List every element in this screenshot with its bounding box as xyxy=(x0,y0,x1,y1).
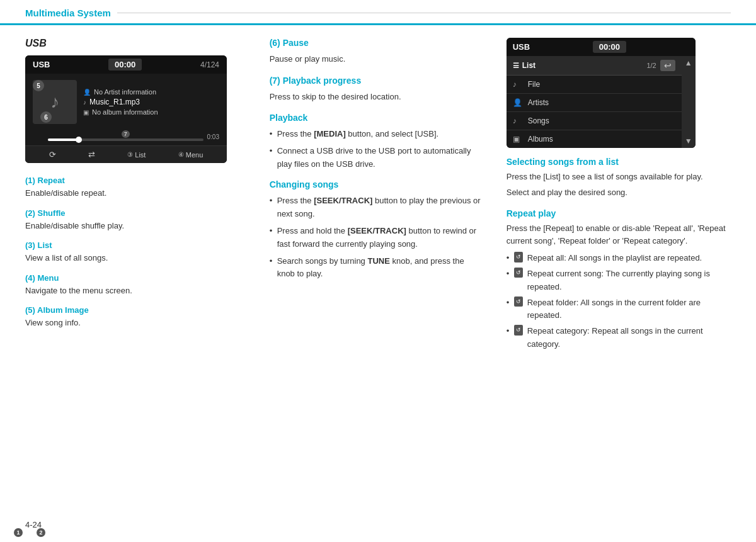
usb-section-title: USB xyxy=(25,38,244,49)
usb-menu-btn[interactable]: ④ Menu xyxy=(178,151,203,159)
playback-bullets: Press the [MEDIA] button, and select [US… xyxy=(270,128,481,171)
usb-list-mockup: USB 00:00 ☰ List 1/2 ↩ xyxy=(507,38,696,148)
songs-label: Songs xyxy=(528,116,549,125)
repeat-folder-icon: ↺ xyxy=(514,296,523,307)
usb-repeat-btn[interactable]: ⟳ xyxy=(49,150,56,159)
usb-progress-area: 6 7 0:03 xyxy=(25,130,227,145)
playback-progress-desc: Press to skip to the desired location. xyxy=(270,91,481,103)
usb-song-line: ♪ Music_R1.mp3 xyxy=(83,98,219,106)
playback-bullet-2-text: Connect a USB drive to the USB port to a… xyxy=(277,146,471,169)
repeat-bullet-2-text: Repeat current song: The currently playi… xyxy=(527,268,731,294)
seek-track-tag-1: [SEEK/TRACK] xyxy=(314,196,372,205)
item-3: (3) List View a list of all songs. xyxy=(25,240,244,264)
usb-list-back-btn[interactable]: ↩ xyxy=(660,60,675,71)
item-3-heading: (3) List xyxy=(25,240,244,250)
changing-bullet-3: Search songs by turning TUNE knob, and p… xyxy=(270,255,481,281)
changing-bullet-1: Press the [SEEK/TRACK] button to play th… xyxy=(270,195,481,221)
usb-list-inner: ☰ List 1/2 ↩ ♪ File xyxy=(507,56,682,148)
repeat-desc: Press the [Repeat] to enable or dis-able… xyxy=(507,222,731,249)
usb-device-mockup: USB 00:00 4/124 5 ♪ 👤 No Artist informat… xyxy=(25,55,227,163)
album-icon: ▣ xyxy=(83,109,89,116)
albums-icon: ▣ xyxy=(513,135,523,144)
left-column: USB USB 00:00 4/124 5 ♪ 👤 No Artist info… xyxy=(25,38,256,354)
circle-num-4: ④ xyxy=(178,151,184,158)
music-note-icon: ♪ xyxy=(50,92,59,112)
item-2: (2) Shuffle Enable/disable shuffle play. xyxy=(25,208,244,232)
center-column: (6) Pause Pause or play music. (7) Playb… xyxy=(256,38,494,354)
repeat-all-icon: ↺ xyxy=(514,252,523,262)
usb-list-item-albums[interactable]: ▣ Albums xyxy=(507,130,682,148)
usb-progress-fill xyxy=(48,138,79,141)
items-list: (1) Repeat Enable/disable repeat. (2) Sh… xyxy=(25,176,244,329)
item-5-heading: (5) Album Image xyxy=(25,305,244,315)
file-icon: ♪ xyxy=(513,80,523,89)
header-title: Multimedia System xyxy=(25,8,111,18)
changing-songs-heading: Changing songs xyxy=(270,179,481,189)
pause-heading: (6) Pause xyxy=(270,38,481,48)
usb-main-area: 5 ♪ 👤 No Artist information ♪ Music_R1.m… xyxy=(25,74,227,130)
repeat-bullet-2: ↺ Repeat current song: The currently pla… xyxy=(507,268,731,294)
main-content: USB USB 00:00 4/124 5 ♪ 👤 No Artist info… xyxy=(0,25,756,366)
usb-list-item-songs[interactable]: ♪ Songs xyxy=(507,112,682,130)
right-column: USB 00:00 ☰ List 1/2 ↩ xyxy=(494,38,731,354)
media-tag: [MEDIA] xyxy=(314,129,346,138)
artist-icon: 👤 xyxy=(513,98,523,107)
playback-section-heading: Playback xyxy=(270,113,481,123)
usb-list-item-file[interactable]: ♪ File xyxy=(507,76,682,94)
usb-time-end: 0:03 xyxy=(207,133,219,140)
usb-list-item-artists[interactable]: 👤 Artists xyxy=(507,94,682,112)
usb-list-header-label: ☰ List xyxy=(513,61,536,70)
item-3-desc: View a list of all songs. xyxy=(25,252,244,264)
item-5-desc: View song info. xyxy=(25,317,244,329)
changing-bullet-1-before: Press the xyxy=(277,196,314,205)
repeat-icon: ⟳ xyxy=(49,150,56,159)
usb-list-page: 1/2 xyxy=(646,62,656,69)
person-icon: 👤 xyxy=(83,89,91,96)
artists-label: Artists xyxy=(528,98,549,107)
repeat-bullet-3: ↺ Repeat folder: All songs in the curren… xyxy=(507,296,731,323)
usb-shuffle-btn[interactable]: ⇄ xyxy=(88,150,95,159)
selecting-songs-heading: Selecting songs from a list xyxy=(507,157,731,167)
usb-list-btn[interactable]: ③ List xyxy=(127,151,146,159)
repeat-category-icon: ↺ xyxy=(514,325,523,335)
songs-icon: ♪ xyxy=(513,116,523,125)
usb-list-time: 00:00 xyxy=(593,41,626,53)
usb-progress-bar xyxy=(48,138,203,141)
scroll-up-icon[interactable]: ▲ xyxy=(685,59,692,67)
page-number: 4-24 xyxy=(25,520,42,529)
scroll-down-icon[interactable]: ▼ xyxy=(685,137,692,145)
shuffle-icon: ⇄ xyxy=(88,150,95,159)
usb-track-info: 👤 No Artist information ♪ Music_R1.mp3 ▣… xyxy=(83,80,219,124)
item-4: (4) Menu Navigate to the menu screen. xyxy=(25,273,244,297)
usb-list-top-bar: USB 00:00 xyxy=(507,38,696,56)
repeat-current-icon: ↺ xyxy=(514,268,523,278)
music-icon: ♪ xyxy=(83,99,86,106)
usb-list-label: USB xyxy=(513,42,530,52)
usb-list-items: ♪ File 👤 Artists ♪ Songs ▣ xyxy=(507,76,682,148)
list-icon: ☰ xyxy=(513,62,519,70)
file-label: File xyxy=(528,80,540,89)
item-1-heading: (1) Repeat xyxy=(25,176,244,185)
usb-label: USB xyxy=(33,60,50,69)
repeat-bullet-3-text: Repeat folder: All songs in the current … xyxy=(527,296,731,323)
item-2-desc: Enable/disable shuffle play. xyxy=(25,220,244,232)
changing-bullet-2: Press and hold the [SEEK/TRACK] button t… xyxy=(270,225,481,251)
usb-menu-btn-label: Menu xyxy=(186,151,203,159)
playback-bullet-1-before: Press the xyxy=(277,129,314,138)
circle-num-7: 7 xyxy=(122,130,130,138)
usb-list-header: ☰ List 1/2 ↩ xyxy=(507,56,682,76)
changing-bullet-2-before: Press and hold the xyxy=(277,226,348,235)
item-4-desc: Navigate to the menu screen. xyxy=(25,285,244,297)
selecting-desc-2: Select and play the desired song. xyxy=(507,186,731,200)
usb-album-line: ▣ No album information xyxy=(83,108,219,116)
changing-bullets: Press the [SEEK/TRACK] button to play th… xyxy=(270,195,481,281)
item-5: (5) Album Image View song info. xyxy=(25,305,244,329)
circle-num-6: 6 xyxy=(40,111,52,123)
seek-track-tag-2: [SEEK/TRACK] xyxy=(348,226,406,235)
circle-num-3: ③ xyxy=(127,151,133,158)
usb-progress-dot xyxy=(76,137,82,143)
usb-artist-line: 👤 No Artist information xyxy=(83,88,219,96)
repeat-bullet-1-text: Repeat all: All songs in the playlist ar… xyxy=(527,252,702,265)
item-1-desc: Enable/disable repeat. xyxy=(25,187,244,200)
item-4-heading: (4) Menu xyxy=(25,273,244,283)
